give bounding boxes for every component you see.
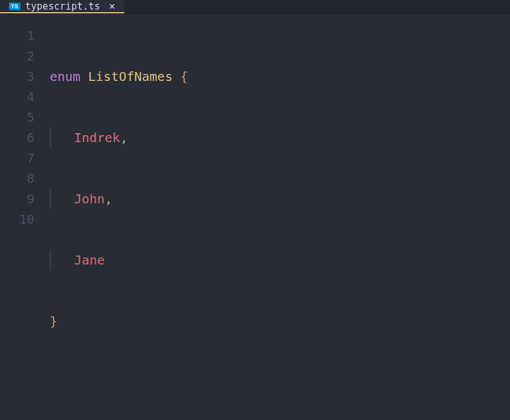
line-number: 10 [0, 209, 34, 229]
tab-filename: typescript.ts [26, 1, 100, 12]
line-number: 6 [0, 127, 34, 148]
line-number: 5 [0, 107, 34, 127]
keyword-enum: enum [50, 66, 80, 87]
code-line: John, [50, 189, 510, 209]
enum-member: John [74, 189, 105, 209]
comma: , [105, 189, 112, 209]
code-area[interactable]: enum ListOfNames { Indrek, John, Jane } … [50, 25, 510, 420]
brace-open: { [180, 66, 188, 87]
enum-member: Indrek [74, 127, 120, 148]
tab-bar: TS typescript.ts × [0, 0, 510, 14]
comma: , [120, 127, 127, 148]
line-number: 2 [0, 46, 34, 66]
code-line [50, 372, 510, 393]
line-number-gutter: 1 2 3 4 5 6 7 8 9 10 [0, 25, 50, 420]
code-line: Jane [50, 250, 510, 270]
code-line: enum ListOfNames { [50, 66, 510, 87]
brace-close: } [50, 311, 57, 331]
line-number: 8 [0, 168, 34, 189]
enum-member: Jane [74, 250, 105, 270]
line-number: 1 [0, 25, 34, 46]
close-icon[interactable]: × [109, 0, 115, 12]
line-number: 9 [0, 189, 34, 209]
ts-file-icon: TS [9, 3, 20, 10]
line-number: 7 [0, 148, 34, 168]
line-number: 3 [0, 66, 34, 87]
code-line: Indrek, [50, 127, 510, 148]
tab-typescript[interactable]: TS typescript.ts × [0, 0, 124, 13]
editor[interactable]: 1 2 3 4 5 6 7 8 9 10 enum ListOfNames { … [0, 14, 510, 420]
line-number: 4 [0, 87, 34, 107]
code-line: } [50, 311, 510, 331]
type-name: ListOfNames [88, 66, 172, 87]
